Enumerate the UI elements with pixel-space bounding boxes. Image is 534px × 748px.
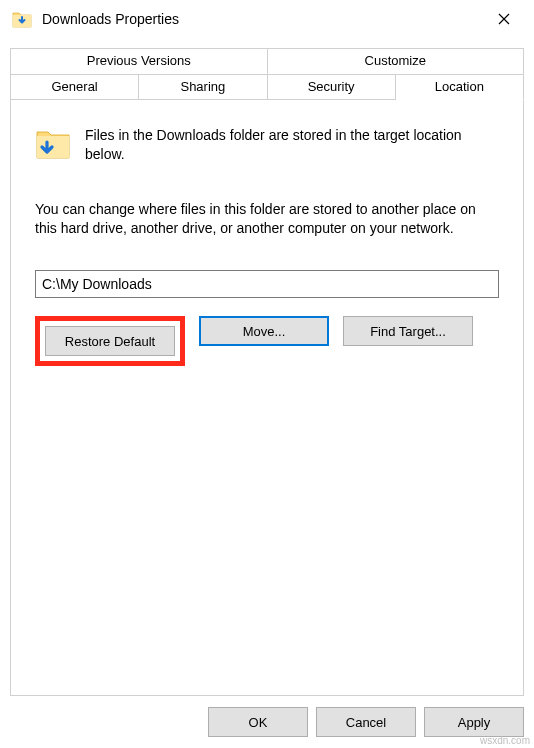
description-text: You can change where files in this folde… xyxy=(35,200,499,238)
restore-default-button[interactable]: Restore Default xyxy=(45,326,175,356)
ok-button[interactable]: OK xyxy=(208,707,308,737)
tab-customize[interactable]: Customize xyxy=(268,48,525,74)
downloads-folder-icon xyxy=(12,9,32,29)
move-button[interactable]: Move... xyxy=(199,316,329,346)
downloads-folder-large-icon xyxy=(35,126,71,162)
location-buttons-row: Restore Default Move... Find Target... xyxy=(35,316,499,366)
restore-default-highlight: Restore Default xyxy=(35,316,185,366)
close-button[interactable] xyxy=(482,4,526,34)
apply-button[interactable]: Apply xyxy=(424,707,524,737)
content-area: Previous Versions Customize General Shar… xyxy=(0,38,534,696)
tab-sharing[interactable]: Sharing xyxy=(139,74,267,100)
dialog-footer: OK Cancel Apply xyxy=(0,696,534,748)
tab-general[interactable]: General xyxy=(10,74,139,100)
info-text: Files in the Downloads folder are stored… xyxy=(85,126,499,164)
tab-security[interactable]: Security xyxy=(268,74,396,100)
properties-dialog: Downloads Properties Previous Versions C… xyxy=(0,0,534,748)
tabs-row-lower: General Sharing Security Location xyxy=(10,74,524,100)
titlebar: Downloads Properties xyxy=(0,0,534,38)
close-icon xyxy=(498,13,510,25)
tab-location[interactable]: Location xyxy=(396,74,524,100)
tab-previous-versions[interactable]: Previous Versions xyxy=(10,48,268,74)
location-path-input[interactable] xyxy=(35,270,499,298)
window-title: Downloads Properties xyxy=(42,11,482,27)
cancel-button[interactable]: Cancel xyxy=(316,707,416,737)
tabs-row-upper: Previous Versions Customize xyxy=(10,48,524,74)
watermark-text: wsxdn.com xyxy=(480,735,530,746)
info-row: Files in the Downloads folder are stored… xyxy=(35,126,499,164)
find-target-button[interactable]: Find Target... xyxy=(343,316,473,346)
location-panel: Files in the Downloads folder are stored… xyxy=(10,100,524,696)
